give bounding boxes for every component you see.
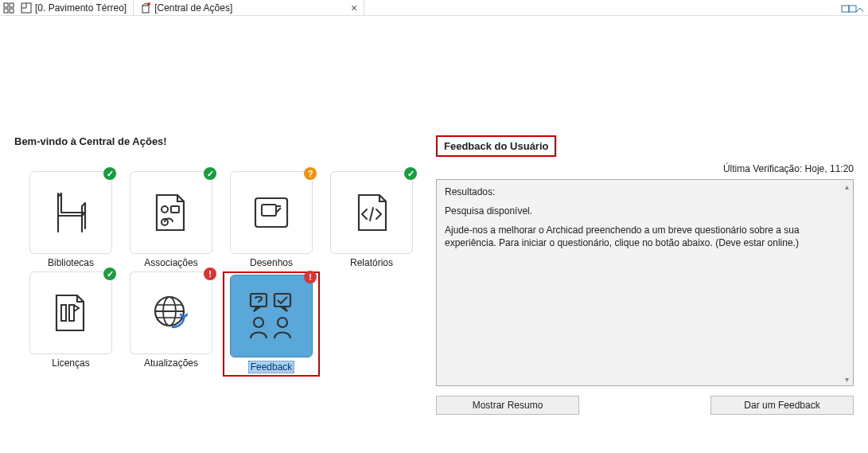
tile-relatorios[interactable]: ✓ Relatórios	[323, 171, 420, 268]
svg-point-25	[254, 318, 263, 327]
globe-update-icon	[147, 289, 195, 337]
results-box: Resultados: Pesquisa disponível. Ajude-n…	[436, 179, 854, 386]
svg-point-8	[147, 2, 150, 6]
svg-rect-12	[171, 206, 179, 213]
tile-licencas[interactable]: ✓ Licenças	[22, 271, 119, 377]
grid-icon[interactable]	[3, 2, 14, 14]
welcome-title: Bem-vindo à Central de Ações!	[14, 135, 420, 147]
svg-rect-14	[255, 198, 287, 227]
svg-rect-2	[4, 9, 8, 13]
last-check-label: Última Verificação: Hoje, 11:20	[436, 163, 854, 174]
svg-rect-24	[274, 294, 290, 307]
tab-tools-left	[0, 2, 14, 14]
drawing-icon	[247, 189, 295, 236]
svg-point-11	[162, 206, 168, 213]
tile-feedback[interactable]: ! Feedback	[223, 271, 320, 377]
svg-rect-7	[142, 6, 149, 13]
right-panel: Feedback do Usuário Última Verificação: …	[436, 135, 854, 415]
tile-atualizacoes[interactable]: ! Atualizações	[123, 271, 220, 377]
svg-rect-0	[4, 3, 8, 7]
status-badge-ok: ✓	[404, 167, 417, 180]
svg-rect-1	[10, 3, 14, 7]
status-badge-alert: !	[204, 268, 216, 280]
results-help: Ajude-nos a melhorar o Archicad preenche…	[445, 225, 845, 249]
tab-action-center[interactable]: [Central de Ações] ×	[134, 0, 364, 15]
svg-rect-3	[10, 9, 14, 13]
action-center-icon	[140, 2, 151, 14]
tile-desenhos[interactable]: ? Desenhos	[223, 171, 320, 268]
status-badge-alert: !	[304, 271, 317, 283]
license-icon	[47, 289, 95, 337]
tab-floor-plan-label: [0. Pavimento Térreo]	[35, 2, 127, 14]
results-line: Pesquisa disponível.	[445, 205, 845, 217]
tile-bibliotecas[interactable]: ✓ Bibliotecas	[22, 171, 119, 268]
tile-label: Licenças	[22, 357, 119, 369]
tile-associacoes[interactable]: ✓ Associações	[123, 171, 220, 268]
status-badge-ok: ✓	[103, 268, 116, 280]
code-icon	[348, 189, 395, 236]
status-badge-ok: ✓	[103, 167, 116, 180]
give-feedback-button[interactable]: Dar um Feedback	[710, 396, 854, 415]
feedback-icon	[243, 287, 300, 345]
svg-rect-23	[251, 294, 267, 307]
scroll-up-icon[interactable]: ▴	[840, 180, 853, 193]
tile-label: Bibliotecas	[22, 257, 119, 268]
scroll-down-icon[interactable]: ▾	[840, 373, 853, 385]
tab-tools-right[interactable]	[841, 2, 868, 14]
link-doc-icon	[147, 189, 195, 236]
tab-action-center-label: [Central de Ações]	[154, 2, 232, 14]
results-title: Resultados:	[445, 186, 845, 197]
left-panel: Bem-vindo à Central de Ações! ✓ Bibliote…	[14, 135, 420, 415]
floorplan-icon	[21, 2, 32, 14]
svg-rect-16	[61, 305, 66, 321]
close-icon[interactable]: ×	[335, 2, 357, 14]
tab-bar: [0. Pavimento Térreo] [Central de Ações]…	[0, 0, 868, 16]
section-title: Feedback do Usuário	[436, 135, 556, 157]
svg-point-26	[278, 318, 287, 327]
svg-rect-10	[849, 6, 856, 12]
tile-label: Relatórios	[323, 257, 420, 268]
tab-floor-plan[interactable]: [0. Pavimento Térreo]	[14, 0, 134, 15]
chair-icon	[47, 189, 95, 236]
show-summary-button[interactable]: Mostrar Resumo	[436, 396, 579, 415]
scrollbar[interactable]: ▴ ▾	[840, 180, 853, 385]
tile-label: Atualizações	[123, 357, 220, 369]
svg-rect-9	[842, 6, 849, 12]
status-badge-ok: ✓	[204, 167, 216, 180]
svg-rect-17	[69, 305, 74, 321]
tile-label: Associações	[123, 257, 220, 268]
svg-rect-15	[262, 205, 276, 216]
tile-label: Feedback	[248, 361, 295, 373]
status-badge-warn: ?	[304, 167, 317, 180]
tile-label: Desenhos	[223, 257, 320, 268]
